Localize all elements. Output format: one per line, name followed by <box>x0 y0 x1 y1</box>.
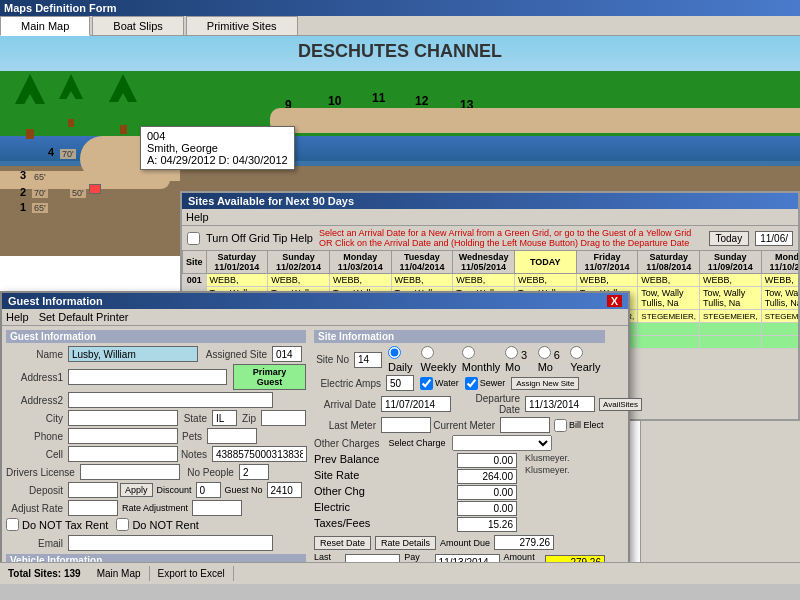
phone-input[interactable] <box>68 428 178 444</box>
notes-input[interactable] <box>212 446 307 462</box>
reset-date-button[interactable]: Reset Date <box>314 536 371 550</box>
cell-001-today[interactable]: WEBB, <box>514 274 576 287</box>
electric-amps-input[interactable] <box>386 375 414 391</box>
cell-003-sat2[interactable]: STEGEMEIER, <box>638 310 700 323</box>
sites-controls: Turn Off Grid Tip Help Select an Arrival… <box>182 226 798 250</box>
tab-main-map[interactable]: Main Map <box>0 16 90 36</box>
3mo-radio[interactable] <box>505 346 518 359</box>
address2-label: Address2 <box>6 395 66 406</box>
address1-input[interactable] <box>68 369 227 385</box>
dialog-help-menu[interactable]: Help <box>6 311 29 323</box>
sewer-checkbox[interactable] <box>465 377 478 390</box>
site-rate-value[interactable] <box>457 469 517 484</box>
tooltip-line3: A: 04/29/2012 D: 04/30/2012 <box>147 154 288 166</box>
arrival-date-input[interactable] <box>381 396 451 412</box>
cell-004-mon2[interactable] <box>761 323 798 336</box>
cell-002-mon2[interactable]: Tow, WallyTullis, Na <box>761 287 798 310</box>
cell-002-sat2[interactable]: Tow, WallyTullis, Na <box>638 287 700 310</box>
do-not-rent-checkbox[interactable] <box>116 518 129 531</box>
cell-001-sun[interactable]: WEBB, <box>268 274 330 287</box>
yearly-radio[interactable] <box>570 346 583 359</box>
rate-details-button[interactable]: Rate Details <box>375 536 436 550</box>
email-input[interactable] <box>68 535 273 551</box>
guest-no-input[interactable] <box>267 482 302 498</box>
table-row[interactable]: 001 WEBB, WEBB, WEBB, WEBB, WEBB, WEBB, … <box>183 274 799 287</box>
rate-adjustment-input[interactable] <box>192 500 242 516</box>
cell-002-sun2[interactable]: Tow, WallyTullis, Na <box>700 287 762 310</box>
do-not-tax-rent-checkbox[interactable] <box>6 518 19 531</box>
sites-help-menu[interactable]: Help <box>186 211 209 223</box>
amount-due-value[interactable] <box>494 535 554 550</box>
col-sat-1101: Saturday11/01/2014 <box>206 251 268 274</box>
tab-primitive-sites[interactable]: Primitive Sites <box>186 16 298 35</box>
cell-001-mon2[interactable]: WEBB, <box>761 274 798 287</box>
site-info-section: Site Information Site No Daily Weekly Mo… <box>310 330 605 584</box>
city-input[interactable] <box>68 410 178 426</box>
deposit-input[interactable] <box>68 482 118 498</box>
cell-001-sat[interactable]: WEBB, <box>206 274 268 287</box>
adjust-rate-label: Adjust Rate <box>6 503 66 514</box>
other-chg-value[interactable] <box>457 485 517 500</box>
cell-001-fri[interactable]: WEBB, <box>576 274 638 287</box>
cell-003-mon2[interactable]: STEGEMEIER, <box>761 310 798 323</box>
cell-005-sun2[interactable] <box>700 336 762 349</box>
status-bar: Total Sites: 139 Main Map Export to Exce… <box>0 562 800 584</box>
apply-button[interactable]: Apply <box>120 483 153 497</box>
last-meter-input[interactable] <box>381 417 431 433</box>
dl-input[interactable] <box>80 464 180 480</box>
prev-balance-value[interactable] <box>457 453 517 468</box>
site-num-4: 4 <box>48 146 54 158</box>
export-to-excel-button[interactable]: Export to Excel <box>150 566 234 581</box>
cell-005-mon2[interactable] <box>761 336 798 349</box>
dialog-close-button[interactable]: X <box>607 295 622 307</box>
electric-value[interactable] <box>457 501 517 516</box>
cell-001-tue[interactable]: WEBB, <box>391 274 453 287</box>
address2-input[interactable] <box>68 392 273 408</box>
assigned-site-input[interactable] <box>272 346 302 362</box>
dialog-title-bar: Guest Information X <box>2 293 628 309</box>
tab-boat-slips[interactable]: Boat Slips <box>92 16 184 35</box>
phone-row: Phone Pets <box>6 428 306 444</box>
cell-001-wed[interactable]: WEBB, <box>453 274 515 287</box>
current-meter-input[interactable] <box>500 417 550 433</box>
select-charge-dropdown[interactable] <box>452 435 552 451</box>
assigned-site-label: Assigned Site <box>200 349 270 360</box>
bill-elect-checkbox[interactable] <box>554 419 567 432</box>
site-no-input[interactable] <box>354 352 382 368</box>
cell-004-sun2[interactable] <box>700 323 762 336</box>
departure-date-input[interactable] <box>525 396 595 412</box>
weekly-label: Weekly <box>421 346 460 373</box>
avail-sites-button[interactable]: AvailSites <box>599 398 642 411</box>
yearly-label: Yearly <box>570 346 605 373</box>
monthly-radio[interactable] <box>462 346 475 359</box>
cell-003-sun2[interactable]: STEGEMEIER, <box>700 310 762 323</box>
col-sat-1108: Saturday11/08/2014 <box>638 251 700 274</box>
pets-input[interactable] <box>207 428 257 444</box>
cell-input[interactable] <box>68 446 178 462</box>
6mo-radio[interactable] <box>538 346 551 359</box>
dialog-menu: Help Set Default Printer <box>2 309 628 326</box>
name-input[interactable] <box>68 346 198 362</box>
today-button[interactable]: Today <box>709 231 750 246</box>
assign-new-site-button[interactable]: Assign New Site <box>511 377 579 390</box>
no-people-input[interactable] <box>239 464 269 480</box>
state-input[interactable] <box>212 410 237 426</box>
main-map-status[interactable]: Main Map <box>89 566 150 581</box>
weekly-radio[interactable] <box>421 346 434 359</box>
adjust-rate-input[interactable] <box>68 500 118 516</box>
daily-radio[interactable] <box>388 346 401 359</box>
top-road <box>270 108 800 133</box>
turn-off-tip-checkbox[interactable] <box>187 232 200 245</box>
cell-001-mon[interactable]: WEBB, <box>329 274 391 287</box>
email-row: Email <box>6 535 306 551</box>
dialog-printer-menu[interactable]: Set Default Printer <box>39 311 129 323</box>
cell-005-sat2[interactable] <box>638 336 700 349</box>
primary-guest-button[interactable]: Primary Guest <box>233 364 306 390</box>
discount-input[interactable] <box>196 482 221 498</box>
zip-input[interactable] <box>261 410 306 426</box>
cell-001-sat2[interactable]: WEBB, <box>638 274 700 287</box>
cell-001-sun2[interactable]: WEBB, <box>700 274 762 287</box>
taxes-fees-value[interactable] <box>457 517 517 532</box>
water-checkbox[interactable] <box>420 377 433 390</box>
cell-004-sat2[interactable] <box>638 323 700 336</box>
